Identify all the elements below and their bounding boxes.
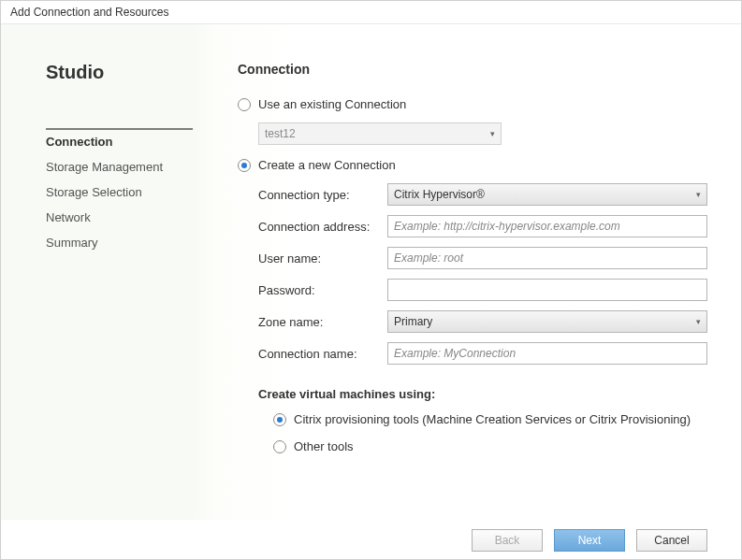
content-panel: Connection Use an existing Connection te… bbox=[193, 24, 741, 520]
create-connection-label: Create a new Connection bbox=[258, 158, 396, 172]
user-name-input[interactable] bbox=[387, 247, 707, 269]
sidebar: Studio Connection Storage Management Sto… bbox=[1, 24, 193, 520]
create-connection-radio-row[interactable]: Create a new Connection bbox=[238, 158, 707, 172]
connection-address-label: Connection address: bbox=[258, 220, 387, 234]
chevron-down-icon: ▾ bbox=[696, 190, 701, 199]
zone-name-value: Primary bbox=[394, 315, 432, 328]
step-connection[interactable]: Connection bbox=[46, 128, 193, 154]
back-button: Back bbox=[472, 529, 543, 552]
connection-type-value: Citrix Hypervisor® bbox=[394, 188, 485, 201]
vm-option-citrix-label: Citrix provisioning tools (Machine Creat… bbox=[294, 412, 691, 426]
existing-connection-value: test12 bbox=[265, 127, 296, 140]
chevron-down-icon: ▾ bbox=[696, 317, 701, 326]
next-button[interactable]: Next bbox=[554, 529, 625, 552]
step-storage-selection[interactable]: Storage Selection bbox=[46, 179, 193, 205]
step-storage-management[interactable]: Storage Management bbox=[46, 154, 193, 179]
radio-create-connection[interactable] bbox=[238, 159, 251, 172]
cancel-button[interactable]: Cancel bbox=[636, 529, 707, 552]
radio-existing-connection[interactable] bbox=[238, 98, 251, 111]
password-label: Password: bbox=[258, 283, 387, 297]
vm-option-other-label: Other tools bbox=[294, 439, 354, 453]
vm-tools-section: Create virtual machines using: Citrix pr… bbox=[258, 387, 707, 453]
connection-name-label: Connection name: bbox=[258, 347, 387, 361]
main-area: Studio Connection Storage Management Sto… bbox=[1, 24, 741, 520]
step-network[interactable]: Network bbox=[46, 205, 193, 230]
radio-vm-citrix[interactable] bbox=[273, 413, 286, 426]
wizard-steps: Connection Storage Management Storage Se… bbox=[46, 128, 193, 255]
zone-name-select[interactable]: Primary ▾ bbox=[387, 310, 707, 333]
connection-type-select[interactable]: Citrix Hypervisor® ▾ bbox=[387, 183, 707, 206]
vm-option-other-row[interactable]: Other tools bbox=[273, 439, 707, 453]
step-summary[interactable]: Summary bbox=[46, 230, 193, 255]
vm-option-citrix-row[interactable]: Citrix provisioning tools (Machine Creat… bbox=[273, 412, 707, 426]
user-name-label: User name: bbox=[258, 251, 387, 266]
connection-type-label: Connection type: bbox=[258, 188, 387, 202]
existing-connection-radio-row[interactable]: Use an existing Connection bbox=[238, 97, 707, 111]
password-input[interactable] bbox=[387, 279, 707, 301]
radio-vm-other[interactable] bbox=[273, 440, 286, 453]
footer-button-bar: Back Next Cancel bbox=[1, 520, 741, 552]
existing-connection-select: test12 ▾ bbox=[258, 122, 502, 145]
window-title: Add Connection and Resources bbox=[1, 1, 741, 24]
chevron-down-icon: ▾ bbox=[490, 129, 495, 138]
sidebar-title: Studio bbox=[46, 62, 193, 83]
connection-address-input[interactable] bbox=[387, 215, 707, 237]
connection-name-input[interactable] bbox=[387, 342, 707, 365]
existing-connection-label: Use an existing Connection bbox=[258, 97, 406, 111]
vm-tools-heading: Create virtual machines using: bbox=[258, 387, 707, 401]
zone-name-label: Zone name: bbox=[258, 315, 387, 329]
content-heading: Connection bbox=[238, 62, 707, 77]
